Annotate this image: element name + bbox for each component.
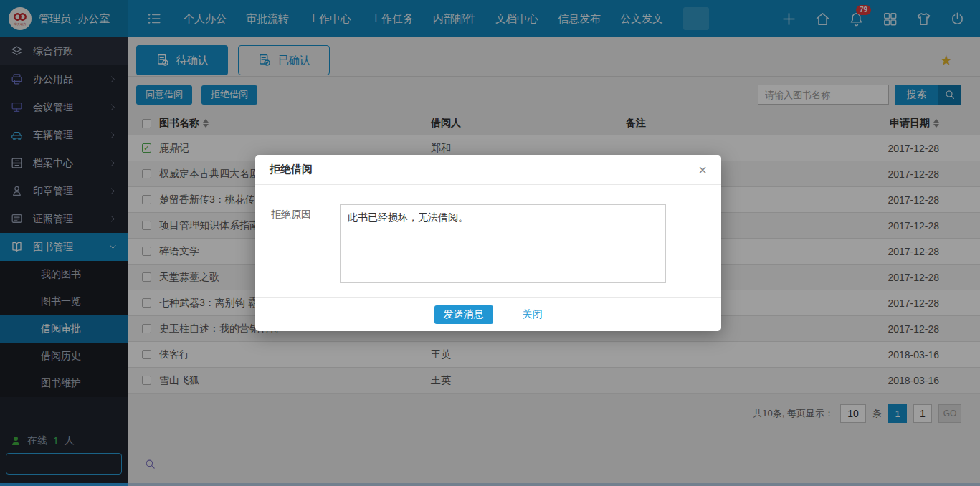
dialog-body: 拒绝原因 此书已经损坏，无法借阅。	[255, 185, 721, 283]
reject-reason-label: 拒绝原因	[271, 204, 340, 283]
app-root: 华天动力 管理员 -办公室 个人办公审批流转工作中心工作任务内部邮件文档中心信息…	[0, 0, 980, 486]
footer-divider	[508, 308, 508, 321]
close-icon[interactable]: ×	[698, 163, 707, 177]
dialog-title: 拒绝借阅	[270, 163, 313, 176]
reject-reason-textarea[interactable]: 此书已经损坏，无法借阅。	[340, 204, 666, 283]
reject-borrow-dialog: 拒绝借阅 × 拒绝原因 此书已经损坏，无法借阅。 发送消息 关闭	[255, 155, 721, 331]
dialog-footer: 发送消息 关闭	[255, 297, 721, 331]
dialog-header: 拒绝借阅 ×	[255, 155, 721, 185]
close-dialog-link[interactable]: 关闭	[523, 308, 543, 321]
send-message-button[interactable]: 发送消息	[434, 305, 493, 324]
